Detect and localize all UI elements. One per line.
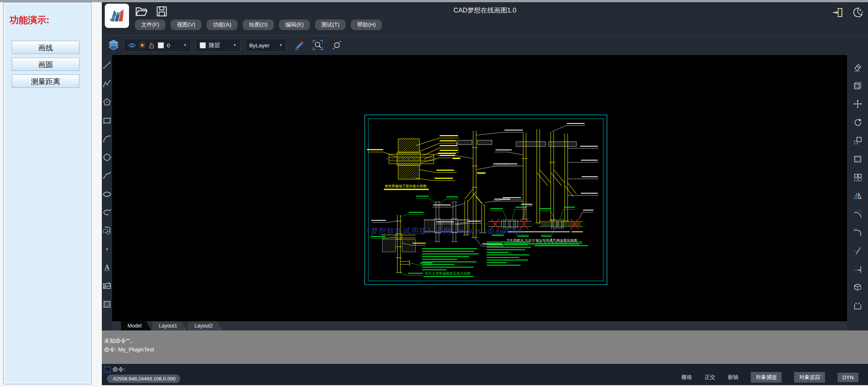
menu-function[interactable]: 功能(A) (207, 19, 237, 30)
status-bar: ›_ 命令: -52508.948,24493.106,0.000 栅格 正交 … (102, 364, 868, 385)
circle-tool-button[interactable] (102, 152, 112, 162)
trim-tool-button[interactable] (853, 246, 862, 256)
extend-tool-button[interactable] (853, 264, 862, 274)
text-icon: A (102, 263, 112, 272)
pencil-icon (293, 39, 305, 51)
eye-icon (128, 43, 136, 48)
zoom-extents-button[interactable] (331, 39, 343, 51)
spline-tool-button[interactable] (102, 171, 112, 180)
toggle-polar[interactable]: 极轴 (728, 374, 738, 381)
extend-icon (853, 264, 862, 274)
login-button[interactable] (832, 7, 846, 19)
move-icon (853, 99, 862, 109)
fillet-icon (853, 228, 862, 237)
draw-sketch-button[interactable] (293, 39, 306, 51)
stretch-tool-button[interactable] (853, 154, 862, 164)
toggle-otrack[interactable]: 对象追踪 (794, 372, 825, 383)
line-icon (102, 61, 112, 70)
trim-icon (853, 246, 862, 256)
menu-view[interactable]: 视图(V) (171, 19, 201, 30)
chamfer-tool-button[interactable] (853, 209, 862, 219)
array-icon (853, 173, 862, 182)
scale-tool-button[interactable] (853, 136, 862, 145)
menu-draw[interactable]: 绘图(D) (243, 19, 274, 30)
layers-button[interactable] (108, 39, 119, 51)
menu-file[interactable]: 文件(F) (135, 19, 165, 30)
block-tool-button[interactable] (102, 226, 112, 235)
zoom-window-icon (312, 39, 324, 51)
chevron-down-icon: ▼ (233, 43, 236, 47)
cad-app: CAD梦想在线画图1.0 文件(F) 视图(V) 功能(A) 绘图(D) 编辑(… (102, 2, 868, 385)
rectangle-tool-button[interactable] (102, 116, 112, 125)
line-tool-button[interactable] (102, 61, 112, 70)
title-fire-detail: 消防,给水管道穿防护墙大样图 (536, 240, 582, 245)
command-line[interactable]: ›_ 命令: (104, 366, 125, 373)
drawing-canvas[interactable]: 管道穿越地下室外墙大样图 (112, 55, 847, 321)
title-floor-detail: 排水立管穿越楼层安装大样图 (425, 271, 471, 275)
menu-help[interactable]: 帮助(H) (351, 19, 382, 30)
tab-layout1[interactable]: Layout1 (152, 321, 187, 330)
polyline-icon (102, 79, 112, 88)
zoom-window-button[interactable] (311, 39, 324, 51)
command-prompt: 命令: (112, 366, 125, 373)
toggle-osnap[interactable]: 对象捕捉 (751, 372, 782, 383)
properties-toolbar: 0 ▼ 随层 ▼ ByLayer ▼ (102, 35, 868, 55)
status-toggles: 栅格 正交 极轴 对象捕捉 对象追踪 DYN (681, 372, 858, 383)
modify-toolbar (847, 55, 868, 321)
rectangle-icon (102, 116, 112, 125)
explode-tool-button[interactable] (853, 283, 862, 292)
layer-color-chip (158, 42, 164, 48)
scale-icon (853, 136, 862, 145)
array-tool-button[interactable] (853, 173, 862, 182)
text-tool-button[interactable]: A (102, 263, 112, 272)
explode-icon (853, 283, 862, 292)
layout-tab-bar: Model Layout1 Layout2 (112, 321, 847, 330)
ellipse-tool-button[interactable] (102, 189, 112, 199)
title-wall-detail: 管道穿越地下室外墙大样图 (385, 184, 426, 188)
point-tool-button[interactable] (102, 244, 112, 254)
ellipse-icon (102, 189, 112, 199)
toggle-dyn[interactable]: DYN (837, 373, 858, 382)
layer-select[interactable]: 0 ▼ (124, 39, 191, 52)
ellipse-arc-icon (102, 207, 112, 217)
arc-tool-button[interactable] (102, 134, 112, 144)
coordinates-readout: -52508.948,24493.106,0.000 (107, 375, 180, 383)
tab-layout2[interactable]: Layout2 (188, 321, 222, 330)
color-select[interactable]: ByLayer ▼ (245, 39, 286, 52)
move-tool-button[interactable] (853, 99, 862, 109)
mirror-tool-button[interactable] (853, 191, 862, 200)
menu-test[interactable]: 测试(T) (315, 19, 346, 30)
dark-mode-moon-icon (851, 7, 864, 18)
menu-bar: 文件(F) 视图(V) 功能(A) 绘图(D) 编辑(E) 测试(T) 帮助(H… (135, 19, 382, 30)
menu-edit[interactable]: 编辑(E) (279, 19, 310, 30)
draw-line-demo-button[interactable]: 画线 (12, 41, 79, 54)
image-icon (102, 281, 112, 290)
rotate-tool-button[interactable] (853, 117, 862, 127)
linetype-color-chip (200, 42, 206, 48)
erase-tool-button[interactable] (853, 62, 862, 72)
layer-value: 0 (167, 42, 170, 48)
polygon-tool-button[interactable] (102, 97, 112, 107)
toggle-ortho[interactable]: 正交 (704, 374, 715, 381)
copy-tool-button[interactable] (853, 81, 862, 90)
image-tool-button[interactable] (102, 281, 112, 290)
erase-icon (853, 62, 862, 72)
linetype-value: 随层 (209, 42, 220, 49)
polygon-icon (102, 97, 112, 107)
tab-model[interactable]: Model (121, 321, 151, 330)
stretch-icon (853, 154, 862, 164)
svg-text:A: A (104, 263, 110, 271)
measure-distance-demo-button[interactable]: 测量距离 (12, 75, 79, 88)
linetype-select[interactable]: 随层 ▼ (196, 39, 240, 52)
color-value: ByLayer (249, 42, 269, 48)
polyline-tool-button[interactable] (102, 79, 112, 88)
draw-circle-demo-button[interactable]: 画圆 (12, 58, 79, 71)
dark-mode-button[interactable] (850, 7, 864, 19)
page: 功能演示: 画线 画圆 测量距离 (0, 0, 868, 387)
pedit-tool-button[interactable] (853, 301, 862, 311)
ellipse-arc-tool-button[interactable] (102, 207, 112, 217)
hatch-icon (102, 299, 112, 309)
fillet-tool-button[interactable] (853, 228, 862, 237)
toggle-grid[interactable]: 栅格 (681, 374, 692, 381)
hatch-tool-button[interactable] (102, 299, 112, 309)
